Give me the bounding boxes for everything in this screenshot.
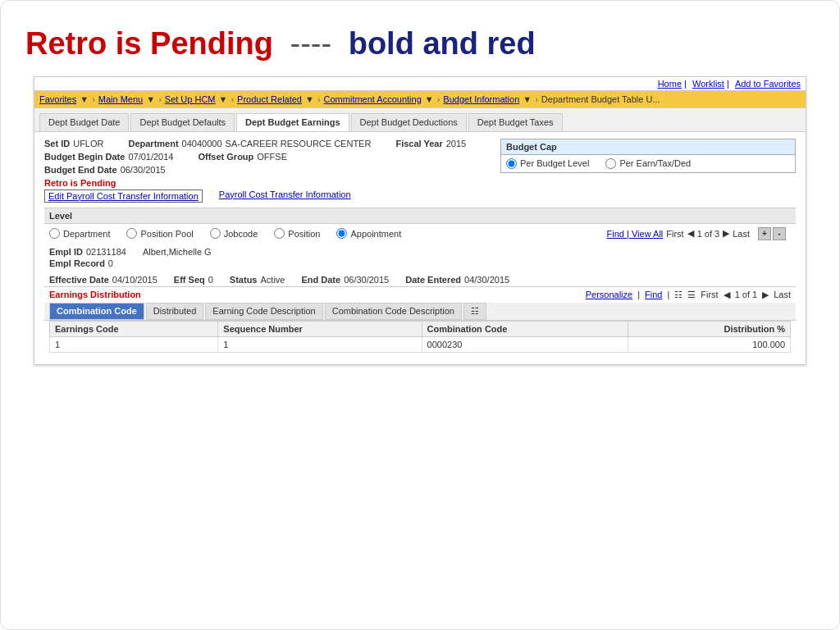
level-position-pool-label: Position Pool — [140, 229, 193, 239]
title-red-part: Retro is Pending — [25, 26, 273, 61]
prev-earnings-icon[interactable]: ◀ — [724, 290, 730, 300]
level-position-radio[interactable] — [274, 228, 285, 239]
nav-arrow2: ▼ — [146, 94, 155, 104]
department-value: 04040000 — [182, 139, 222, 148]
level-position-pool-radio[interactable] — [126, 228, 137, 239]
empl-row: Empl ID 02131184 Albert,Michelle G — [49, 247, 791, 257]
status-label: Status — [230, 275, 258, 285]
status-value: Active — [260, 275, 285, 285]
empl-record-label: Empl Record — [49, 258, 105, 268]
level-position-pool[interactable]: Position Pool — [126, 228, 193, 239]
end-date-value: 06/30/2015 — [344, 275, 389, 285]
per-earn-tax-ded-option[interactable]: Per Earn/Tax/Ded — [605, 158, 691, 169]
effective-date-row: Effective Date 04/10/2015 Eff Seq 0 Stat… — [44, 273, 796, 286]
sub-tab-combination-code-desc[interactable]: Combination Code Description — [325, 303, 462, 320]
sub-tab-combination-code[interactable]: Combination Code — [49, 303, 144, 320]
offset-group-label: Offset Group — [198, 152, 253, 162]
top-links-bar: Home | Worklist | Add to Favorites — [34, 77, 806, 91]
level-position[interactable]: Position — [274, 228, 320, 239]
budget-begin-value: 07/01/2014 — [128, 152, 173, 162]
empl-id-value: 02131184 — [86, 247, 126, 257]
level-department-radio[interactable] — [49, 228, 60, 239]
remove-row-button[interactable]: - — [773, 227, 786, 240]
nav-arrow4: ▼ — [305, 94, 314, 104]
level-section-header: Level — [44, 208, 796, 224]
level-jobcode-label: Jobcode — [224, 229, 258, 239]
end-date-label: End Date — [301, 275, 340, 285]
tab-dept-budget-deductions[interactable]: Dept Budget Deductions — [351, 113, 467, 131]
table-row: 1 1 0000230 100.000 — [50, 336, 791, 352]
tab-dept-budget-date[interactable]: Dept Budget Date — [39, 113, 129, 131]
edit-transfer-link[interactable]: Edit Payroll Cost Transfer Information — [44, 189, 203, 203]
empl-record-row: Empl Record 0 — [49, 258, 791, 268]
set-id-label: Set ID — [44, 139, 70, 148]
per-budget-level-option[interactable]: Per Budget Level — [506, 158, 589, 169]
tab-dept-budget-defaults[interactable]: Dept Budget Defaults — [130, 113, 235, 131]
transfer-links: Edit Payroll Cost Transfer Information P… — [44, 189, 796, 203]
level-department[interactable]: Department — [49, 228, 110, 239]
add-row-button[interactable]: + — [758, 227, 771, 240]
table-container: Earnings Code Sequence Number Combinatio… — [44, 321, 796, 358]
effective-date-label: Effective Date — [49, 275, 109, 285]
nav-commitment-accounting[interactable]: Commitment Accounting — [324, 94, 422, 104]
level-appointment-label: Appointment — [350, 229, 401, 239]
prev-icon[interactable]: ◀ — [687, 228, 694, 239]
date-entered-label: Date Entered — [405, 275, 461, 285]
next-icon[interactable]: ▶ — [723, 228, 729, 239]
retro-section: Retro is Pending Edit Payroll Cost Trans… — [44, 178, 796, 203]
earnings-page-info: 1 of 1 — [735, 290, 758, 299]
earnings-table: Earnings Code Sequence Number Combinatio… — [49, 321, 791, 353]
effective-date-value: 04/10/2015 — [112, 275, 158, 285]
nav-arrow5: ▼ — [425, 94, 434, 104]
level-jobcode[interactable]: Jobcode — [210, 228, 258, 239]
nav-budget-information[interactable]: Budget Information — [443, 94, 519, 104]
eff-seq-value: 0 — [208, 275, 213, 285]
next-earnings-icon[interactable]: ▶ — [762, 290, 769, 300]
first-earnings-label: First — [701, 290, 718, 299]
sub-tab-distributed[interactable]: Distributed — [146, 303, 204, 320]
view-transfer-link[interactable]: Payroll Cost Transfer Information — [219, 189, 351, 203]
home-link[interactable]: Home — [658, 79, 682, 89]
worklist-link[interactable]: Worklist — [692, 79, 724, 89]
nav-dept-budget: Department Budget Table U... — [541, 94, 660, 104]
empl-record-field: Empl Record 0 — [49, 258, 113, 268]
budget-begin-label: Budget Begin Date — [44, 152, 125, 162]
sub-tab-icon-tab[interactable]: ☷ — [463, 303, 486, 320]
earnings-controls: Personalize | Find | ☷ ☰ First ◀ 1 of 1 … — [586, 290, 791, 300]
nav-main-menu[interactable]: Main Menu — [98, 94, 143, 104]
table-icon[interactable]: ☰ — [687, 290, 696, 300]
per-budget-level-radio[interactable] — [506, 158, 517, 169]
per-earn-tax-ded-radio[interactable] — [605, 158, 616, 169]
level-jobcode-radio[interactable] — [210, 228, 221, 239]
empl-id-field: Empl ID 02131184 — [49, 247, 126, 257]
tab-dept-budget-earnings[interactable]: Dept Budget Earnings — [236, 113, 349, 131]
level-position-label: Position — [288, 229, 320, 239]
grid-icon[interactable]: ☷ — [674, 290, 682, 300]
date-entered-value: 04/30/2015 — [464, 275, 509, 285]
eff-seq-label: Eff Seq — [174, 275, 205, 285]
find-earnings-link[interactable]: Find — [645, 290, 662, 299]
level-appointment[interactable]: Appointment — [336, 228, 401, 239]
department-label: Department — [128, 139, 178, 148]
last-label: Last — [733, 229, 750, 239]
sub-tab-earning-code-desc[interactable]: Earning Code Description — [205, 303, 322, 320]
find-link[interactable]: Find | View All — [607, 229, 664, 239]
budget-end-value: 06/30/2015 — [121, 165, 166, 175]
tab-dept-budget-taxes[interactable]: Dept Budget Taxes — [468, 113, 563, 131]
offset-group-value: OFFSE — [257, 152, 287, 162]
col-combination-code: Combination Code — [422, 321, 628, 336]
level-appointment-radio[interactable] — [336, 228, 347, 239]
nav-arrow: ▼ — [80, 94, 89, 104]
nav-favorites[interactable]: Favorites — [39, 94, 76, 104]
empl-id-label: Empl ID — [49, 247, 83, 257]
nav-setup-hcm[interactable]: Set Up HCM — [165, 94, 216, 104]
personalize-link[interactable]: Personalize — [586, 290, 632, 299]
add-to-favorites-link[interactable]: Add to Favorites — [735, 79, 801, 89]
title-dark-part: bold and red — [349, 26, 536, 61]
budget-cap-panel: Budget Cap Per Budget Level Per Earn/Tax… — [500, 139, 796, 173]
nav-product-related[interactable]: Product Related — [237, 94, 302, 104]
level-options-row: Department Position Pool Jobcode Positio… — [44, 225, 406, 242]
cell-combination-code: 0000230 — [422, 336, 628, 352]
add-remove-buttons: + - — [753, 224, 791, 244]
earnings-distribution-header: Earnings Distribution Personalize | Find… — [44, 286, 796, 303]
